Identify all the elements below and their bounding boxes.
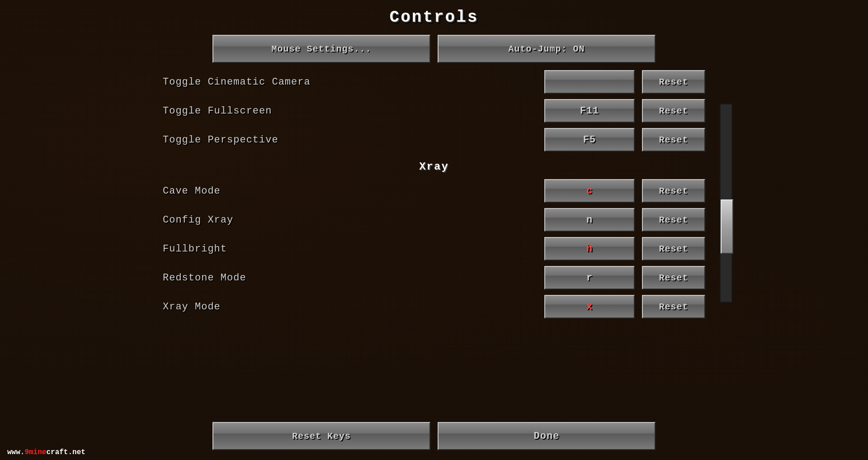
page-title: Controls — [390, 8, 479, 27]
page-container: Controls Mouse Settings... Auto-Jump: ON… — [0, 0, 868, 460]
control-label-cave-mode: Cave Mode — [163, 185, 544, 197]
control-key-cave-mode[interactable]: c — [544, 179, 635, 203]
reset-button-config-xray[interactable]: Reset — [642, 208, 705, 232]
reset-button-redstone-mode[interactable]: Reset — [642, 266, 705, 289]
reset-button-fullbright[interactable]: Reset — [642, 237, 705, 261]
control-row-config-xray: Config Xray n Reset — [149, 205, 719, 234]
reset-button-cinematic[interactable]: Reset — [642, 70, 705, 94]
control-label-cinematic: Toggle Cinematic Camera — [163, 76, 544, 88]
control-row-redstone-mode: Redstone Mode r Reset — [149, 263, 719, 292]
reset-button-perspective[interactable]: Reset — [642, 128, 705, 152]
control-label-perspective: Toggle Perspective — [163, 134, 544, 146]
watermark-craft: craft.net — [46, 448, 85, 456]
control-key-xray-mode[interactable]: x — [544, 295, 635, 318]
control-key-cinematic[interactable] — [544, 70, 635, 94]
control-row-cinematic: Toggle Cinematic Camera Reset — [149, 67, 719, 96]
control-row-fullbright: Fullbright h Reset — [149, 234, 719, 263]
bottom-buttons-row: Reset Keys Done — [212, 422, 656, 450]
control-row-perspective: Toggle Perspective F5 Reset — [149, 125, 719, 154]
control-key-redstone-mode[interactable]: r — [544, 266, 635, 289]
control-key-perspective[interactable]: F5 — [544, 128, 635, 152]
watermark: www.9minecraft.net — [7, 448, 85, 456]
watermark-9mine: 9mine — [24, 448, 46, 456]
control-key-fullscreen[interactable]: F11 — [544, 99, 635, 123]
control-row-cave-mode: Cave Mode c Reset — [149, 176, 719, 205]
watermark-www: www. — [7, 448, 24, 456]
control-label-fullscreen: Toggle Fullscreen — [163, 105, 544, 117]
control-key-config-xray[interactable]: n — [544, 208, 635, 232]
control-label-redstone-mode: Redstone Mode — [163, 272, 544, 284]
xray-section-header: Xray — [149, 154, 719, 176]
reset-button-xray-mode[interactable]: Reset — [642, 295, 705, 318]
reset-button-fullscreen[interactable]: Reset — [642, 99, 705, 123]
reset-keys-button[interactable]: Reset Keys — [212, 422, 430, 450]
scrollbar[interactable] — [720, 104, 732, 303]
scrollbar-thumb[interactable] — [721, 199, 733, 254]
controls-area: Toggle Cinematic Camera Reset Toggle Ful… — [149, 67, 719, 321]
auto-jump-button[interactable]: Auto-Jump: ON — [438, 35, 656, 63]
control-label-xray-mode: Xray Mode — [163, 301, 544, 313]
top-buttons-row: Mouse Settings... Auto-Jump: ON — [212, 35, 656, 63]
control-row-fullscreen: Toggle Fullscreen F11 Reset — [149, 96, 719, 125]
control-label-fullbright: Fullbright — [163, 243, 544, 255]
done-button[interactable]: Done — [438, 422, 656, 450]
control-key-fullbright[interactable]: h — [544, 237, 635, 261]
control-label-config-xray: Config Xray — [163, 214, 544, 226]
reset-button-cave-mode[interactable]: Reset — [642, 179, 705, 203]
control-row-xray-mode: Xray Mode x Reset — [149, 292, 719, 321]
mouse-settings-button[interactable]: Mouse Settings... — [212, 35, 430, 63]
